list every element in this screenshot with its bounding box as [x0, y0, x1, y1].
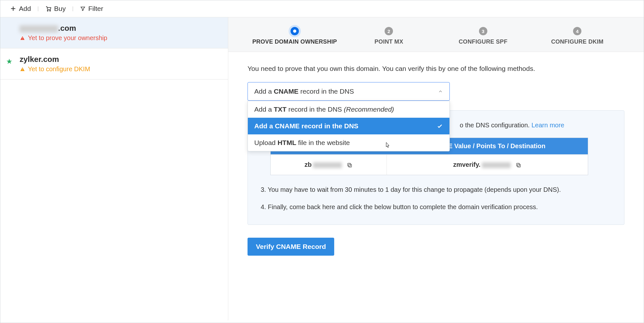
svg-rect-4 [518, 164, 520, 167]
option-label: Add a TXT record in the DNS (Recommended… [254, 106, 394, 113]
domain-status: Yet to configure DKIM [20, 65, 215, 73]
option-label: Upload HTML file in the website [254, 139, 350, 147]
cell-cname-name: zb [271, 155, 387, 175]
filter-button[interactable]: Filter [80, 5, 103, 13]
warning-icon [20, 66, 25, 72]
separator: | [72, 6, 74, 12]
verify-button[interactable]: Verify CNAME Record [248, 238, 334, 256]
chevron-up-icon [438, 89, 443, 94]
step-2[interactable]: 2 POINT MX [342, 27, 436, 45]
domain-name: zylker.com [20, 55, 215, 64]
step-label: PROVE DOMAIN OWNERSHIP [252, 38, 337, 45]
main: PROVE DOMAIN OWNERSHIP 2 POINT MX 3 CONF… [228, 17, 644, 320]
svg-point-1 [49, 10, 50, 11]
step-circle: 4 [573, 27, 581, 35]
step-label: CONFIGURE SPF [459, 38, 508, 45]
copy-icon[interactable] [516, 162, 521, 168]
domain-item-2[interactable]: ★ zylker.com Yet to configure DKIM [0, 48, 228, 80]
table-row: zb zmverify. [271, 155, 588, 175]
svg-point-0 [47, 10, 48, 11]
blurred-domain-prefix [20, 25, 58, 32]
dropdown-value: Add a CNAME record in the DNS [254, 88, 354, 95]
dropdown-option-txt[interactable]: Add a TXT record in the DNS (Recommended… [248, 101, 449, 118]
step-1[interactable]: PROVE DOMAIN OWNERSHIP [248, 27, 342, 45]
dropdown-option-html[interactable]: Upload HTML file in the website [248, 134, 449, 151]
info-text: o the DNS configuration. [460, 122, 531, 129]
plus-icon [10, 5, 16, 12]
stepper: PROVE DOMAIN OWNERSHIP 2 POINT MX 3 CONF… [228, 17, 644, 52]
dropdown-selected[interactable]: Add a CNAME record in the DNS [248, 82, 450, 101]
cart-icon [45, 5, 52, 12]
status-text: Yet to configure DKIM [28, 65, 90, 73]
star-icon: ★ [6, 57, 13, 66]
dropdown-list: Add a TXT record in the DNS (Recommended… [248, 101, 450, 151]
info-step-4: 4. Finally, come back here and click the… [261, 202, 611, 212]
add-label: Add [19, 5, 31, 13]
step-3[interactable]: 3 CONFIGURE SPF [436, 27, 530, 45]
filter-label: Filter [88, 5, 103, 13]
warning-icon [20, 35, 25, 41]
buy-label: Buy [54, 5, 66, 13]
domain-item-1[interactable]: .com Yet to prove your ownership [0, 17, 228, 48]
learn-more-link[interactable]: Learn more [531, 122, 564, 129]
topbar: Add | Buy | Filter [0, 0, 644, 17]
cell-cname-value: zmverify. [387, 155, 588, 175]
sidebar: .com Yet to prove your ownership ★ zylke… [0, 17, 228, 320]
step-label: CONFIGURE DKIM [551, 38, 604, 45]
main-body: You need to prove that you own this doma… [228, 52, 644, 320]
domain-suffix: .com [58, 24, 76, 32]
step-circle [291, 27, 299, 35]
info-step-3: 3. You may have to wait from 30 minutes … [261, 185, 611, 194]
copy-icon[interactable] [347, 162, 352, 168]
svg-rect-2 [349, 164, 352, 167]
domain-status: Yet to prove your ownership [20, 34, 215, 42]
domain-name: .com [20, 24, 215, 33]
add-button[interactable]: Add [10, 5, 31, 13]
verification-method-dropdown: Add a CNAME record in the DNS Add a TXT … [248, 82, 450, 101]
step-label: POINT MX [375, 38, 403, 45]
intro-text: You need to prove that you own this doma… [248, 65, 624, 72]
check-icon [437, 123, 443, 129]
buy-button[interactable]: Buy [45, 5, 66, 13]
separator: | [37, 6, 39, 12]
option-label: Add a CNAME record in the DNS [254, 122, 358, 130]
step-4[interactable]: 4 CONFIGURE DKIM [530, 27, 625, 45]
status-text: Yet to prove your ownership [28, 34, 107, 42]
step-circle: 3 [479, 27, 487, 35]
step-circle: 2 [385, 27, 393, 35]
svg-rect-3 [348, 163, 351, 166]
dropdown-option-cname[interactable]: Add a CNAME record in the DNS [248, 118, 449, 134]
filter-icon [80, 6, 86, 12]
svg-rect-5 [517, 163, 519, 166]
